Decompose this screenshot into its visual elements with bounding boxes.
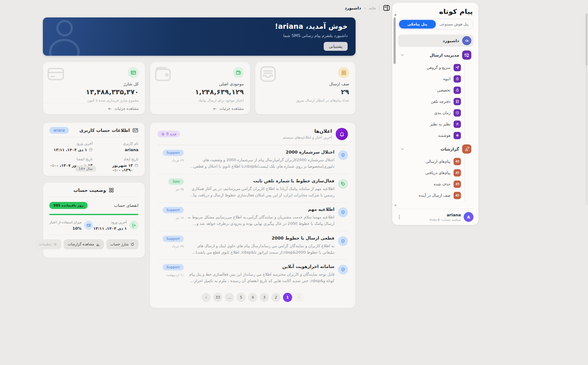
field-value: ariana	[125, 147, 138, 152]
sidebar-item-sent-messages[interactable]: پیام‌های ارسالی	[398, 156, 461, 167]
arrow-left-icon	[213, 106, 217, 111]
account-status-card: وضعیت حساب انقضای حساب 985 روز باقیمانده	[43, 182, 145, 258]
announcements-card: اعلان‌ها آخرین اخبار و اطلاعیه‌های سیستم…	[150, 122, 356, 308]
sub-item-label: هوشمند	[398, 133, 450, 138]
announcement-body: به اطلاع کاربران و نمایندگان گرامي مي رس…	[187, 243, 334, 256]
tab-ai-panel[interactable]: پنل هوش مصنوعی	[436, 20, 473, 28]
pagination-page[interactable]: 2	[271, 293, 281, 302]
kebab-menu-icon[interactable]	[397, 214, 402, 220]
pagination-page[interactable]: 5	[236, 293, 246, 302]
announcement-body: اطلاعیه مهمبا سلام خدمت مشتریان و نمایند…	[187, 214, 334, 227]
credit-card-icon	[128, 67, 139, 78]
sidebar-item-phonebook[interactable]: دفترچه تلفن	[398, 96, 461, 107]
sidebar-group-send-management[interactable]: مدیریت ارسال	[398, 49, 473, 61]
queue-icon	[338, 67, 349, 78]
days-remaining-badge: 985 روز باقیمانده	[49, 202, 88, 209]
pagination-page-active[interactable]: 1	[283, 293, 292, 302]
bell-icon	[336, 128, 348, 140]
sidebar-item-smart[interactable]: هوشمند	[398, 130, 461, 141]
sub-item-label: دفترچه تلفن	[398, 99, 450, 104]
sidebar-group-reports[interactable]: گزارشات	[398, 143, 473, 155]
username-badge: ariana	[49, 127, 69, 134]
last-login-value: ۱ دی ۱۴۰۴، ۱۳:۱۱	[93, 226, 127, 231]
view-reports-button[interactable]: مشاهده گزارشات	[64, 239, 104, 249]
status-actions: شارژ حساب مشاهده گزارشات تنظیمات	[49, 239, 138, 249]
announcement-date: ۱۱ اردیبهشت	[166, 273, 184, 277]
sidebar-item-received-messages[interactable]: پیام‌های دریافتی	[398, 167, 461, 178]
announcement-row[interactable]: اختلال سرشماره 2000 اختلال سرشماره 2000ک…	[157, 145, 348, 174]
announcements-title: اعلان‌ها	[184, 128, 332, 134]
breadcrumb-current: داشبورد	[345, 6, 361, 10]
announcement-row[interactable]: اطلاعیه مهم اطلاعیه مهمبا سلام خدمت مشتر…	[157, 202, 348, 231]
sidebar-item-bulk[interactable]: انبوه	[398, 73, 461, 84]
gear-icon	[53, 242, 57, 246]
bar-chart-icon	[462, 144, 471, 154]
credit-card-watermark-icon	[46, 65, 65, 84]
scroll-up-arrow[interactable]	[394, 14, 397, 16]
stats-row: صف ارسال ۲۹ تعداد پیام‌های در انتظار ارس…	[43, 62, 356, 114]
account-status-header: وضعیت حساب	[49, 183, 138, 197]
sidebar-scrollbar[interactable]	[394, 17, 396, 64]
support-button[interactable]: پشتیبانی	[324, 42, 348, 51]
sidebar-toggle-icon[interactable]	[383, 4, 390, 12]
logo-wordmark: پیام کوتاه	[439, 8, 473, 15]
tag-badge: Support	[163, 264, 184, 270]
settings-label: تنظیمات	[39, 242, 52, 246]
panel-tab-switch: پنل هوش مصنوعی پنل پیامکی	[398, 19, 473, 30]
welcome-title: خوش آمدید، ariana!	[275, 22, 348, 30]
sidebar-group-label: مدیریت ارسال	[408, 53, 459, 58]
logo[interactable]: پیام کوتاه	[398, 6, 473, 19]
view-details-link[interactable]: مشاهده جزئیات	[150, 103, 250, 114]
sidebar-item-quick-group[interactable]: سریع و گروهی	[398, 62, 461, 73]
stat-value: ۱۳,۴۸۸,۳۳۵,۳۷۰	[86, 88, 139, 96]
content-grid: اعلان‌ها آخرین اخبار و اطلاعیه‌های سیستم…	[43, 122, 356, 308]
field-username: نام کاربری ariana	[95, 141, 139, 152]
field-last-login: آخرین ورود ۱ دی ۱۴۰۴، ۱۳:۱۱	[49, 141, 93, 152]
sidebar-user[interactable]: A ariana شناسه حساب: mau-6	[397, 209, 473, 222]
page-scrollbar[interactable]	[586, 13, 587, 206]
charge-account-button[interactable]: شارژ حساب	[106, 239, 138, 249]
sidebar-item-deleted[interactable]: حذف شده	[398, 178, 461, 190]
expiry-label: انقضای حساب	[114, 203, 138, 208]
credit-usage-label: میزان استفاده از اعتبار	[49, 220, 81, 225]
breadcrumb-home[interactable]: خانه	[369, 6, 376, 10]
announcement-row[interactable]: قطعی ارسال با خطوط 2000 به اطلاع کاربران…	[157, 231, 348, 260]
sidebar-item-peer-to-peer[interactable]: نظیر به نظیر	[398, 118, 461, 130]
expiry-row: انقضای حساب 985 روز باقیمانده	[49, 202, 138, 209]
timer-icon	[454, 87, 461, 94]
pagination-page[interactable]: 3	[260, 293, 269, 302]
pagination-prev[interactable]: ‹	[202, 293, 211, 302]
announcement-title: قطعی ارسال با خطوط 2000	[187, 236, 334, 240]
view-details-link[interactable]: مشاهده جزئیات	[43, 103, 145, 114]
sub-item-label: تخصصی	[398, 88, 450, 92]
account-info-card: اطلاعات حساب کاربری ariana نام کاربری ar…	[43, 122, 145, 176]
sidebar-item-future-queue[interactable]: صف ارسال در آینده	[398, 190, 461, 201]
tab-sms-panel[interactable]: پنل پیامکی	[399, 20, 436, 28]
last-login-label: آخرین ورود	[93, 220, 127, 225]
calendar-icon	[134, 163, 138, 167]
stat-description: مجموع شارژ خریداری شده تا کنون	[87, 98, 139, 102]
tag-badge: Support	[163, 150, 184, 156]
expiry-progress-bar	[49, 214, 138, 215]
sidebar-item-specialized[interactable]: تخصصی	[398, 84, 461, 96]
field-created-date: تاریخ ایجاد ۱۳ شهریور ۱۳۹۰، ۰:۰۰	[95, 157, 139, 172]
pagination-ellipsis: …	[225, 293, 234, 302]
avatar: A	[464, 212, 473, 222]
arrow-left-icon	[107, 106, 112, 111]
scroll-down-arrow[interactable]	[394, 205, 397, 207]
announcement-row[interactable]: سامانه احرازهویت آنلاین قابل توجه نمایند…	[157, 259, 348, 288]
account-status-title: وضعیت حساب	[74, 188, 106, 193]
field-label: تاریخ ایجاد	[95, 157, 139, 161]
account-info-header: اطلاعات حساب کاربری ariana	[49, 123, 138, 137]
sidebar-item-dashboard[interactable]: داشبورد	[398, 35, 473, 47]
pagination-page[interactable]: 33	[213, 293, 222, 302]
settings-button[interactable]: تنظیمات	[35, 239, 62, 249]
tag-badge: Support	[163, 236, 184, 242]
sidebar-item-scheduling[interactable]: زمان بندی	[398, 107, 461, 118]
sub-item-label: زمان بندی	[398, 110, 450, 115]
shield-check-icon	[338, 207, 348, 217]
chevron-down-icon	[400, 53, 405, 58]
shield-check-icon	[338, 265, 348, 274]
pagination-page[interactable]: 4	[248, 293, 257, 302]
announcement-row[interactable]: فعال‌سازی خطوط با شماره تلفن ثابت اطلاعی…	[157, 174, 348, 203]
